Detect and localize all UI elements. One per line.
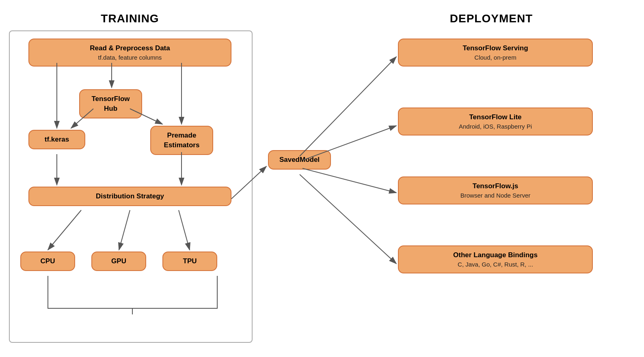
node-tf-js: TensorFlow.js Browser and Node Server [398, 176, 593, 204]
svg-line-17 [300, 174, 396, 264]
node-tpu: TPU [162, 252, 217, 271]
svg-line-10 [119, 210, 130, 250]
node-tf-lite: TensorFlow Lite Android, iOS, Raspberry … [398, 108, 593, 135]
diagram-container: TRAINING DEPLOYMENT Read & Preprocess Da… [0, 0, 644, 357]
node-saved-model: SavedModel [268, 150, 331, 170]
node-keras: tf.keras [28, 130, 85, 149]
node-tfhub: TensorFlow Hub [79, 89, 142, 118]
node-other-bindings: Other Language Bindings C, Java, Go, C#,… [398, 245, 593, 273]
node-tf-serving: TensorFlow Serving Cloud, on-prem [398, 39, 593, 67]
svg-line-14 [300, 57, 396, 156]
svg-line-16 [303, 168, 396, 193]
node-read-preprocess: Read & Preprocess Data tf.data, feature … [28, 39, 231, 67]
svg-line-9 [48, 210, 81, 250]
svg-line-11 [179, 210, 190, 250]
node-dist-strategy: Distribution Strategy [28, 187, 231, 206]
node-gpu: GPU [91, 252, 146, 271]
training-title: TRAINING [20, 12, 240, 25]
deployment-title: DEPLOYMENT [374, 12, 609, 25]
svg-line-13 [231, 166, 266, 199]
node-estimators: Premade Estimators [150, 126, 213, 155]
node-cpu: CPU [20, 252, 75, 271]
